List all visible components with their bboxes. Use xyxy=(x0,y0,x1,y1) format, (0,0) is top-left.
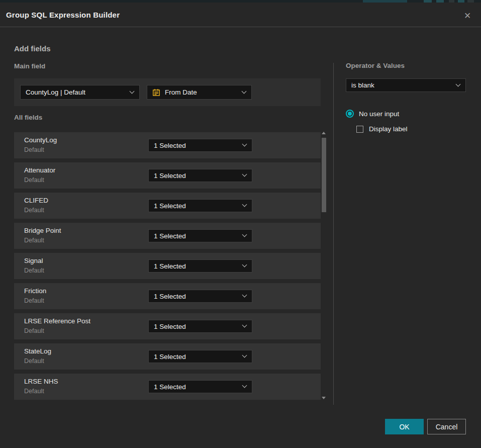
chevron-down-icon xyxy=(242,172,247,177)
field-row-name: Bridge Point xyxy=(24,227,61,234)
field-row-selection-value: 1 Selected xyxy=(154,202,186,210)
field-row-subtitle: Default xyxy=(24,357,44,365)
add-fields-heading: Add fields xyxy=(14,44,51,53)
field-select-value: From Date xyxy=(165,88,197,96)
chevron-down-icon xyxy=(456,81,461,86)
field-row-selection-value: 1 Selected xyxy=(154,323,186,330)
operator-select-dropdown[interactable]: is blank xyxy=(346,78,466,92)
chevron-down-icon xyxy=(242,293,247,298)
field-row: CountyLog Default 1 Selected xyxy=(14,132,321,158)
field-row-subtitle: Default xyxy=(24,388,44,395)
layer-select-value: CountyLog | Default xyxy=(26,88,85,96)
cancel-button[interactable]: Cancel xyxy=(427,419,466,434)
field-row: Bridge Point Default 1 Selected xyxy=(14,223,321,249)
field-row-selection-value: 1 Selected xyxy=(154,383,186,391)
field-row-name: Friction xyxy=(24,287,46,295)
field-row-selection-value: 1 Selected xyxy=(154,142,186,149)
chevron-down-icon xyxy=(242,202,247,207)
field-row-selection-dropdown[interactable]: 1 Selected xyxy=(148,350,252,363)
chevron-down-icon xyxy=(130,88,135,94)
main-field-container: CountyLog | Default From Date xyxy=(14,78,321,106)
no-user-input-radio[interactable]: No user input xyxy=(346,110,399,118)
operator-values-label: Operator & Values xyxy=(346,62,405,69)
field-row-subtitle: Default xyxy=(24,297,44,304)
all-fields-list: CountyLog Default 1 Selected Attenuator … xyxy=(14,132,321,404)
chevron-down-icon xyxy=(242,383,247,388)
close-icon[interactable]: ✕ xyxy=(461,9,474,22)
field-row-selection-value: 1 Selected xyxy=(154,293,186,300)
layer-select-dropdown[interactable]: CountyLog | Default xyxy=(20,85,140,100)
field-row-name: CountyLog xyxy=(24,136,57,144)
field-row-selection-dropdown[interactable]: 1 Selected xyxy=(148,320,252,333)
field-row-subtitle: Default xyxy=(24,327,44,334)
list-scrollbar[interactable] xyxy=(321,131,327,400)
field-row-selection-dropdown[interactable]: 1 Selected xyxy=(148,290,252,303)
ok-button[interactable]: OK xyxy=(385,419,424,434)
operator-select-value: is blank xyxy=(351,81,374,89)
field-row-selection-dropdown[interactable]: 1 Selected xyxy=(148,229,252,242)
radio-icon[interactable] xyxy=(346,110,354,118)
field-row: LRSE NHS Default 1 Selected xyxy=(14,374,321,400)
field-row: Signal Default 1 Selected xyxy=(14,253,321,279)
display-label-checkbox[interactable]: Display label xyxy=(356,125,408,133)
field-row-selection-value: 1 Selected xyxy=(154,353,186,361)
chevron-down-icon xyxy=(242,88,247,94)
dialog-title: Group SQL Expression Builder xyxy=(6,11,120,19)
dialog-header: Group SQL Expression Builder ✕ xyxy=(0,3,481,27)
field-row-name: CLIFED xyxy=(24,197,48,204)
field-row-selection-dropdown[interactable]: 1 Selected xyxy=(148,169,252,182)
field-row-selection-dropdown[interactable]: 1 Selected xyxy=(148,380,252,393)
field-row-selection-value: 1 Selected xyxy=(154,172,186,180)
field-row-subtitle: Default xyxy=(24,267,44,274)
no-user-input-label: No user input xyxy=(359,110,399,118)
field-row-selection-value: 1 Selected xyxy=(154,232,186,240)
field-row: Attenuator Default 1 Selected xyxy=(14,162,321,189)
field-row-name: Attenuator xyxy=(24,166,55,174)
scrollbar-up-icon[interactable] xyxy=(322,132,326,134)
scrollbar-thumb[interactable] xyxy=(322,138,326,212)
display-label-label: Display label xyxy=(369,125,408,133)
field-row-subtitle: Default xyxy=(24,146,44,153)
field-row-name: LRSE NHS xyxy=(24,378,58,385)
field-row: LRSE Reference Post Default 1 Selected xyxy=(14,313,321,339)
calendar-icon xyxy=(152,88,160,97)
chevron-down-icon xyxy=(242,323,247,328)
scrollbar-down-icon[interactable] xyxy=(322,397,326,399)
field-row-name: Signal xyxy=(24,257,43,264)
checkbox-icon[interactable] xyxy=(356,126,363,133)
field-row-subtitle: Default xyxy=(24,207,44,214)
field-row-selection-value: 1 Selected xyxy=(154,262,186,270)
field-row-subtitle: Default xyxy=(24,237,44,244)
chevron-down-icon xyxy=(242,142,247,147)
field-select-dropdown[interactable]: From Date xyxy=(147,85,252,100)
chevron-down-icon xyxy=(242,232,247,237)
main-field-label: Main field xyxy=(14,62,45,70)
panel-divider xyxy=(333,63,334,405)
field-row: Friction Default 1 Selected xyxy=(14,283,321,309)
field-row: StateLog Default 1 Selected xyxy=(14,343,321,370)
all-fields-label: All fields xyxy=(14,114,42,121)
chevron-down-icon xyxy=(242,262,247,267)
field-row-subtitle: Default xyxy=(24,176,44,184)
field-row-name: LRSE Reference Post xyxy=(24,317,90,325)
field-row-name: StateLog xyxy=(24,347,51,355)
field-row: CLIFED Default 1 Selected xyxy=(14,193,321,219)
field-row-selection-dropdown[interactable]: 1 Selected xyxy=(148,139,252,152)
field-row-selection-dropdown[interactable]: 1 Selected xyxy=(148,199,252,212)
field-row-selection-dropdown[interactable]: 1 Selected xyxy=(148,259,252,273)
chevron-down-icon xyxy=(242,353,247,358)
